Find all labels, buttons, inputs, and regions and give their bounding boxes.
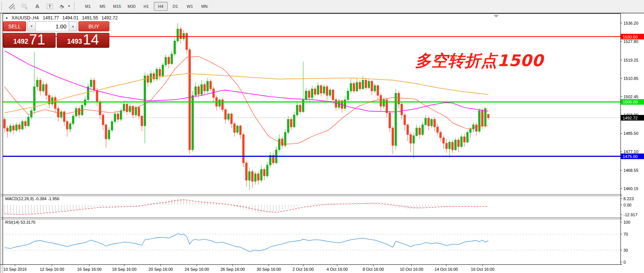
svg-text:30: 30: [623, 248, 628, 252]
candle: [132, 106, 134, 115]
candle: [240, 126, 242, 134]
candle: [326, 87, 328, 95]
candle: [144, 76, 146, 126]
buy-button[interactable]: BUY: [78, 21, 109, 31]
svg-text:18 Sep 16:00: 18 Sep 16:00: [112, 267, 136, 272]
chart-shift-marker: [494, 15, 499, 18]
candle: [467, 132, 469, 142]
bid-price-badge: 1492.72: [621, 115, 644, 121]
candle: [476, 125, 477, 131]
candle: [416, 128, 418, 136]
candle: [180, 29, 182, 39]
svg-text:10 Oct 16:00: 10 Oct 16:00: [400, 267, 423, 272]
buy-price-pips: 14: [83, 32, 99, 47]
price-scale: 1536.201527.801519.251510.851502.451493.…: [620, 21, 638, 264]
candle: [192, 95, 194, 150]
candle: [43, 84, 44, 91]
candle: [284, 132, 286, 145]
candle: [201, 84, 203, 94]
sell-price-main: 1492: [13, 38, 28, 46]
time-axis: 10 Sep 201912 Sep 16:0016 Sep 16:0018 Se…: [3, 265, 494, 272]
candle: [311, 89, 313, 97]
candle: [60, 112, 62, 117]
svg-text:14 Oct 16:00: 14 Oct 16:00: [435, 267, 458, 272]
candle: [317, 86, 319, 94]
rsi-line: [4, 234, 488, 252]
svg-text:1475.00: 1475.00: [623, 154, 638, 159]
collapse-triangle-icon[interactable]: ▲: [5, 16, 8, 19]
candle: [371, 81, 373, 91]
candle: [431, 120, 433, 126]
candle: [189, 50, 191, 150]
candle: [90, 80, 92, 87]
svg-text:1460.15: 1460.15: [623, 186, 638, 191]
candle: [117, 114, 119, 120]
ohlc-high: 1494.01: [62, 15, 78, 21]
candle: [228, 114, 230, 120]
candle: [335, 100, 337, 107]
candle: [401, 104, 403, 115]
sell-price-box[interactable]: 1492 71: [3, 33, 56, 48]
candle: [455, 140, 457, 150]
candle: [75, 108, 77, 116]
candle: [356, 82, 358, 91]
candle: [16, 125, 18, 130]
svg-text:4 Oct 16:00: 4 Oct 16:00: [327, 267, 348, 272]
buy-price-box[interactable]: 1493 14: [57, 33, 109, 48]
candle: [332, 90, 334, 100]
candle: [198, 87, 200, 94]
lot-size-input[interactable]: [36, 21, 69, 31]
svg-text:1519.25: 1519.25: [623, 58, 638, 62]
svg-text:1492.72: 1492.72: [623, 116, 638, 120]
candle: [96, 90, 98, 102]
svg-text:8 Oct 16:00: 8 Oct 16:00: [363, 267, 384, 272]
sell-button[interactable]: SELL: [3, 21, 26, 31]
svg-text:1502.45: 1502.45: [623, 94, 638, 99]
candle: [290, 120, 292, 127]
lot-increase-button[interactable]: ▲: [69, 21, 77, 31]
candle: [281, 139, 283, 145]
candle: [440, 132, 442, 138]
candle: [234, 124, 236, 132]
svg-text:26 Sep 16:00: 26 Sep 16:00: [220, 267, 245, 272]
candle: [111, 121, 113, 130]
candle: [99, 102, 101, 115]
svg-text:2 Oct 16:00: 2 Oct 16:00: [293, 267, 314, 272]
candle: [219, 100, 221, 106]
candle: [407, 125, 409, 134]
candle: [72, 116, 74, 124]
candle: [186, 33, 188, 50]
ohlc-open: 1491.77: [43, 15, 59, 21]
candle: [392, 128, 394, 146]
svg-text:30 Sep 16:00: 30 Sep 16:00: [256, 267, 281, 272]
svg-text:70: 70: [623, 232, 628, 236]
candle: [470, 129, 472, 133]
price-badge-resistance: 1530.00: [621, 34, 644, 40]
candle: [359, 82, 361, 89]
candle: [78, 108, 80, 115]
candle: [255, 174, 256, 181]
candle: [374, 86, 376, 91]
lot-decrease-button[interactable]: ▼: [27, 21, 36, 31]
candle: [123, 104, 125, 111]
candle: [7, 128, 9, 131]
candle: [25, 121, 27, 126]
candle: [377, 86, 379, 95]
candle: [267, 165, 268, 176]
candle: [19, 125, 21, 129]
candle: [165, 57, 167, 65]
candle: [225, 109, 227, 119]
svg-text:1500.00: 1500.00: [623, 100, 638, 104]
candle: [108, 130, 110, 139]
one-click-trading-panel: SELL ▼ ▲ BUY 1492 71 1493 14: [3, 21, 109, 48]
candles-layer: [4, 23, 489, 190]
candle: [279, 139, 280, 150]
candle: [10, 126, 12, 131]
candle: [395, 93, 397, 146]
candle: [141, 116, 143, 126]
candle: [13, 126, 15, 130]
candle: [156, 69, 158, 79]
candle: [249, 171, 251, 180]
candle: [410, 134, 412, 143]
candle: [383, 100, 385, 106]
